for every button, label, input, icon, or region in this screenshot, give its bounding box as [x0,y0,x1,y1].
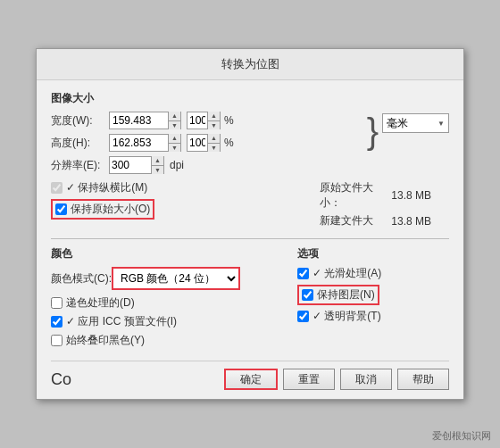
color-section-title: 颜色 [51,246,283,261]
height-spinner: ▲ ▼ [168,134,180,152]
resolution-spinner: ▲ ▼ [151,156,163,174]
resolution-input[interactable] [110,157,151,173]
width-input[interactable] [110,112,168,129]
always-label: 始终叠印黑色(Y) [66,333,145,348]
watermark: 爱创根知识网 [432,429,491,443]
dialog-title: 转换为位图 [37,49,463,80]
icc-row: ✓ 应用 ICC 预置文件(I) [51,314,283,329]
width-percent-container: ▲ ▼ % [187,112,234,129]
height-input[interactable] [110,135,168,151]
width-percent-down[interactable]: ▼ [208,121,220,130]
unit-select[interactable]: 毫米 ▼ [382,113,449,133]
width-percent-up[interactable]: ▲ [208,112,220,121]
width-percent-input[interactable] [188,112,207,129]
keep-original-row-highlight: 保持原始大小(O) [51,199,154,220]
dialog-rasterize: 转换为位图 图像大小 宽度(W): ▲ ▼ [36,48,464,400]
section-divider [51,238,449,239]
keep-ratio-checkbox[interactable] [51,182,62,194]
anti-alias-checkbox[interactable] [297,268,309,279]
height-percent-container: ▲ ▼ % [187,134,234,152]
height-percent-spinner: ▲ ▼ [207,134,220,152]
transparent-bg-checkbox[interactable] [297,311,309,322]
height-input-box: ▲ ▼ [109,134,181,152]
keep-original-label: 保持原始大小(O) [71,202,150,217]
brace-symbol: } [367,113,379,149]
color-mode-select[interactable]: RGB 颜色（24 位） [113,269,238,288]
cancel-button[interactable]: 取消 [340,369,392,390]
anti-alias-row: ✓ 光滑处理(A) [297,266,449,281]
width-spin-down[interactable]: ▼ [169,121,180,130]
options-section-title: 选项 [297,246,449,261]
height-percent-symbol: % [224,137,234,149]
unit-select-value: 毫米 [387,116,408,131]
always-checkbox[interactable] [51,335,62,346]
height-label: 高度(H): [51,136,109,151]
width-spin-up[interactable]: ▲ [169,112,180,121]
height-spin-down[interactable]: ▼ [169,144,180,153]
width-label: 宽度(W): [51,113,109,129]
height-percent-up[interactable]: ▲ [208,134,220,144]
dither-label: 递色处理的(D) [66,295,135,311]
original-size-row: 原始文件大小： 13.8 MB [320,180,431,211]
resolution-label: 分辨率(E): [51,158,109,173]
new-size-value: 13.8 MB [391,215,431,228]
height-percent-box: ▲ ▼ [187,134,221,152]
keep-ratio-row: ✓ 保持纵横比(M) [51,180,154,195]
height-percent-input[interactable] [188,135,207,151]
transparent-bg-row: ✓ 透明背景(T) [297,309,449,324]
always-row: 始终叠印黑色(Y) [51,333,283,348]
icc-checkbox[interactable] [51,316,62,328]
co-label: Co [51,370,71,389]
new-size-row: 新建文件大 13.8 MB [320,213,431,228]
resolution-unit: dpi [170,159,184,171]
button-row: Co 确定 重置 取消 帮助 [51,361,449,390]
preserve-layers-label: 保持图层(N) [317,287,375,303]
ok-button[interactable]: 确定 [224,369,278,390]
keep-ratio-label: ✓ 保持纵横比(M) [66,180,147,195]
preserve-layers-checkbox[interactable] [302,289,313,301]
image-size-section-title: 图像大小 [51,91,449,106]
anti-alias-label: ✓ 光滑处理(A) [312,266,381,281]
original-size-label: 原始文件大小： [320,180,391,211]
width-percent-symbol: % [224,114,234,127]
unit-select-arrow: ▼ [438,120,445,128]
dither-row: 递色处理的(D) [51,295,283,311]
preserve-layers-highlight: 保持图层(N) [297,285,379,305]
resolution-spin-up[interactable]: ▲ [152,156,163,166]
width-percent-spinner: ▲ ▼ [207,112,220,129]
resolution-input-box: ▲ ▼ [109,156,164,174]
reset-button[interactable]: 重置 [283,369,335,390]
original-size-value: 13.8 MB [391,189,431,202]
width-input-box: ▲ ▼ [109,112,181,129]
color-mode-label: 颜色模式(C): [51,271,112,286]
keep-original-checkbox[interactable] [55,203,67,215]
width-spinner: ▲ ▼ [168,112,180,129]
width-percent-box: ▲ ▼ [187,112,221,129]
icc-label: ✓ 应用 ICC 预置文件(I) [66,314,177,329]
height-percent-down[interactable]: ▼ [208,144,220,153]
height-spin-up[interactable]: ▲ [169,134,180,144]
resolution-spin-down[interactable]: ▼ [152,166,163,175]
transparent-bg-label: ✓ 透明背景(T) [312,309,381,324]
color-mode-select-container: RGB 颜色（24 位） [112,267,240,290]
help-button[interactable]: 帮助 [397,369,449,390]
dither-checkbox[interactable] [51,297,62,309]
new-size-label: 新建文件大 [320,213,391,228]
